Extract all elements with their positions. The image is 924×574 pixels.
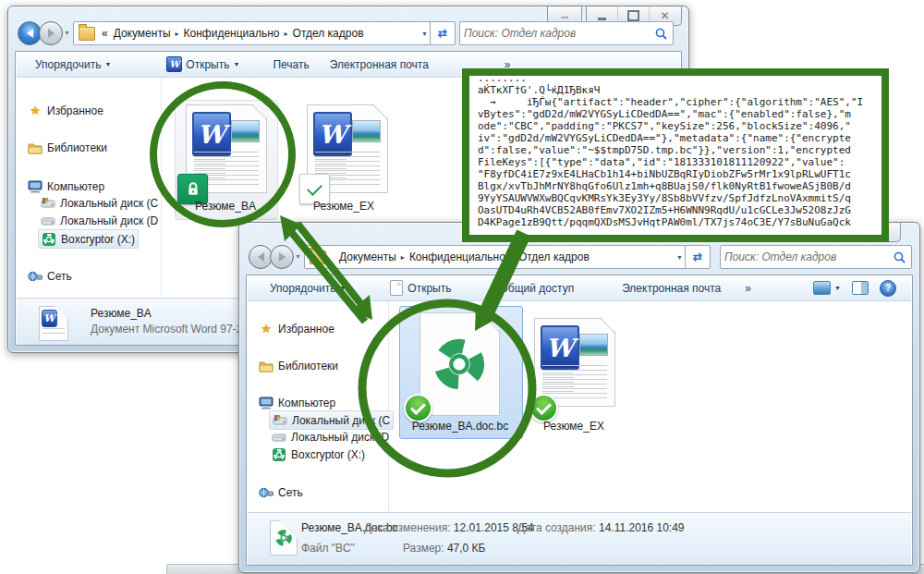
word-logo: W bbox=[192, 112, 231, 156]
drive-d-icon bbox=[272, 431, 286, 443]
recent-pages-dropdown[interactable]: ▼ bbox=[295, 253, 301, 260]
file-label[interactable]: Резюме_BA.doc.bc bbox=[399, 420, 521, 433]
search-input[interactable] bbox=[460, 27, 655, 40]
file-label[interactable]: Резюме_EX bbox=[523, 420, 625, 433]
open-button[interactable]: W Открыть ▼ bbox=[161, 56, 245, 72]
breadcrumb-separator-icon: ▸ bbox=[399, 253, 407, 262]
network-icon bbox=[259, 486, 274, 499]
chevron-more-icon: » bbox=[745, 282, 751, 295]
text-lines bbox=[43, 328, 65, 337]
sidebar-item-computer[interactable]: Компьютер bbox=[256, 394, 338, 411]
sidebar-item-disk-c[interactable]: Локальный диск (C bbox=[269, 410, 394, 430]
forward-button[interactable] bbox=[39, 21, 63, 45]
sidebar-item-favorites[interactable]: ★ Избранное bbox=[256, 320, 337, 337]
refresh-icon: ⇄ bbox=[693, 250, 702, 263]
help-button[interactable]: ? bbox=[874, 280, 902, 297]
boxcryptor-drive-icon bbox=[272, 448, 286, 461]
sidebar-item-boxcryptor[interactable]: Boxcryptor (X:) bbox=[38, 229, 139, 249]
text-lines bbox=[542, 365, 607, 398]
network-icon bbox=[28, 270, 43, 283]
word-logo: W bbox=[541, 325, 579, 370]
details-size: Размер: 47,0 КБ bbox=[403, 542, 485, 555]
preview-pane-icon bbox=[852, 281, 869, 295]
breadcrumb-overflow[interactable]: « bbox=[99, 27, 111, 40]
boxcryptor-file-icon bbox=[419, 312, 500, 416]
maximize-icon bbox=[627, 10, 639, 21]
open-button[interactable]: Открыть bbox=[384, 280, 456, 296]
preview-pane-button[interactable] bbox=[846, 281, 874, 295]
refresh-button[interactable]: ⇄ bbox=[430, 21, 456, 45]
print-label: Печать bbox=[273, 58, 309, 71]
breadcrumb-item[interactable]: Отдел кадров bbox=[290, 27, 367, 40]
image-thumbnail bbox=[231, 120, 260, 142]
created-label: Дата создания: bbox=[517, 521, 596, 534]
page-fold bbox=[373, 105, 387, 119]
sidebar-label: Компьютер bbox=[278, 397, 335, 409]
forward-button[interactable] bbox=[270, 245, 294, 269]
star-icon: ★ bbox=[259, 322, 274, 336]
check-badge-icon bbox=[404, 394, 432, 422]
breadcrumb-item[interactable]: Отдел кадров bbox=[516, 250, 592, 263]
word-document-icon-small: W bbox=[39, 306, 68, 341]
details-created: Дата создания: 14.11.2016 10:49 bbox=[517, 521, 685, 534]
sidebar-item-disk-c[interactable]: Локальный диск (C bbox=[38, 194, 161, 212]
boxcryptor-file-icon-small bbox=[270, 520, 298, 556]
more-commands-button[interactable]: » bbox=[739, 282, 757, 295]
encrypted-content-callout: ........ aЌТкХГ†G'.Q└ќД1ЂВкяЧ → iЂЃы{"ar… bbox=[462, 68, 889, 242]
sidebar-item-libraries[interactable]: Библиотеки bbox=[256, 357, 341, 374]
details-file-type: Файл "BC" bbox=[301, 542, 355, 555]
sidebar-item-network[interactable]: Сеть bbox=[25, 267, 75, 285]
file-label[interactable]: Резюме_EX bbox=[293, 200, 395, 213]
chevron-down-icon: ▼ bbox=[339, 285, 346, 291]
minimize-icon bbox=[598, 18, 606, 20]
drive-c-icon bbox=[273, 414, 287, 426]
email-button[interactable]: Электронная почта bbox=[616, 282, 726, 295]
sidebar-label: Библиотеки bbox=[47, 141, 107, 154]
sidebar-item-libraries[interactable]: Библиотеки bbox=[25, 139, 110, 156]
views-button[interactable]: ▼ bbox=[808, 281, 846, 295]
organize-button[interactable]: Упорядочить ▼ bbox=[30, 58, 116, 71]
sidebar-item-boxcryptor[interactable]: Boxcryptor (X:) bbox=[269, 446, 368, 463]
search-icon[interactable] bbox=[894, 251, 906, 263]
refresh-button[interactable]: ⇄ bbox=[685, 245, 711, 269]
folder-icon bbox=[310, 250, 326, 264]
word-app-icon: W bbox=[166, 56, 182, 72]
boxcryptor-logo bbox=[431, 336, 488, 393]
command-toolbar: Упорядочить ▼ Открыть Общий доступ Элект… bbox=[248, 275, 911, 301]
share-button[interactable]: Общий доступ bbox=[494, 282, 580, 295]
boxcryptor-drive-icon bbox=[42, 233, 56, 246]
print-button[interactable]: Печать bbox=[267, 58, 314, 71]
sidebar-item-disk-d[interactable]: Локальный диск (D bbox=[269, 428, 392, 446]
size-label: Размер: bbox=[403, 542, 444, 555]
organize-button[interactable]: Упорядочить ▼ bbox=[264, 282, 351, 295]
chevron-down-icon: ▼ bbox=[104, 61, 111, 67]
address-bar[interactable]: « Документы ▸ Конфиденциально ▸ Отдел ка… bbox=[73, 21, 435, 45]
details-modified: Дата изменения: 12.01.2015 8:54 bbox=[364, 521, 534, 534]
explorer-window-encrypted: ✕ ▼ Документы ▸ Конфиденциально ▸ Отдел … bbox=[238, 222, 920, 573]
email-button[interactable]: Электронная почта bbox=[324, 58, 434, 71]
sidebar-item-computer[interactable]: Компьютер bbox=[25, 177, 107, 195]
computer-icon bbox=[28, 180, 43, 193]
file-label[interactable]: Резюме_BA bbox=[175, 200, 276, 213]
address-bar[interactable]: Документы ▸ Конфиденциально ▸ Отдел кадр… bbox=[304, 245, 690, 269]
sidebar-item-favorites[interactable]: ★ Избранное bbox=[25, 102, 106, 119]
breadcrumb-item[interactable]: Конфиденциально bbox=[181, 27, 283, 40]
sidebar-label: Локальный диск (C bbox=[60, 197, 158, 210]
sidebar-item-network[interactable]: Сеть bbox=[256, 483, 306, 501]
search-icon[interactable] bbox=[655, 28, 667, 40]
word-logo: W bbox=[313, 112, 352, 156]
sidebar-label: Библиотеки bbox=[278, 360, 338, 372]
share-label: Общий доступ bbox=[500, 282, 575, 295]
page-fold bbox=[59, 307, 67, 315]
search-box bbox=[720, 245, 912, 269]
page-fold bbox=[601, 319, 614, 333]
breadcrumb-item[interactable]: Документы bbox=[111, 27, 174, 40]
recent-pages-dropdown[interactable]: ▼ bbox=[64, 30, 70, 36]
created-value: 14.11.2016 10:49 bbox=[599, 521, 685, 534]
sidebar-label: Сеть bbox=[47, 270, 72, 283]
sidebar-label: Локальный диск (C bbox=[292, 414, 390, 427]
breadcrumb-item[interactable]: Документы bbox=[330, 250, 399, 263]
breadcrumb-item[interactable]: Конфиденциально bbox=[407, 250, 508, 263]
sidebar-item-disk-d[interactable]: Локальный диск (D bbox=[38, 212, 161, 229]
search-input[interactable] bbox=[721, 250, 894, 263]
